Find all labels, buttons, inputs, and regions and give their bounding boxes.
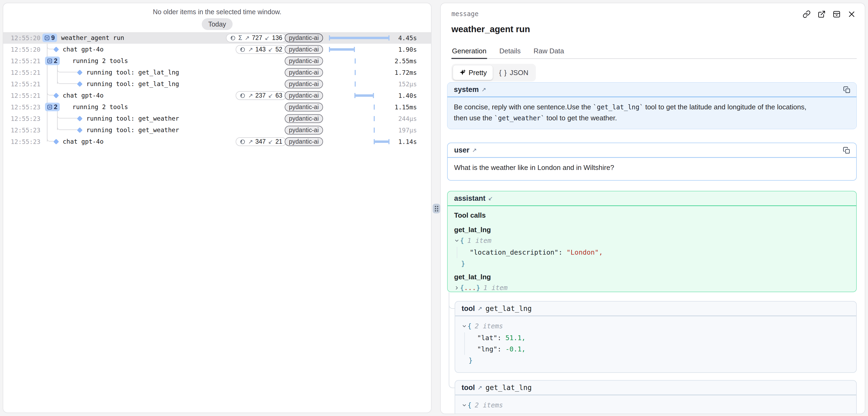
collapse-toggle-badge[interactable]: 2	[45, 103, 60, 111]
tool-name: get_lat_lng	[486, 305, 532, 313]
open-brace: {	[460, 237, 464, 245]
json-open-line: {1 item	[454, 235, 850, 247]
tool-connector-elbow	[449, 380, 455, 388]
today-button[interactable]: Today	[202, 18, 233, 30]
drag-dots-icon	[435, 206, 438, 212]
token-usage-badge: Σ↗727↙136	[226, 33, 286, 42]
trace-row-label: running tool: get_lat_lng	[86, 69, 179, 76]
tab-details[interactable]: Details	[499, 44, 521, 58]
card-header: tool ↗ get_lat_lng	[455, 381, 856, 395]
trace-row-time: 12:55:21	[11, 69, 40, 76]
trace-row-label: chat gpt-4o	[63, 46, 103, 53]
output-tokens-arrow-icon: ↙	[268, 92, 273, 99]
trace-row[interactable]: 12:55:21chat gpt-4o↗237↙63pydantic-ai1.4…	[3, 90, 431, 101]
text-segment: tool to get the weather.	[545, 114, 617, 122]
tab-generation[interactable]: Generation	[452, 44, 487, 58]
duration-label: 244µs	[398, 115, 417, 122]
json-close-line: }	[469, 355, 850, 366]
arrow-up-right-icon: ↗	[472, 147, 477, 153]
open-external-button[interactable]	[816, 9, 827, 19]
trace-row[interactable]: 12:55:21running tool: get_lat_lngpydanti…	[3, 67, 431, 78]
duration-bar-column	[329, 113, 389, 124]
chevron-right-icon[interactable]	[454, 283, 460, 292]
panel-resize-handle[interactable]	[433, 204, 440, 213]
instrumentation-tag[interactable]: pydantic-ai	[285, 45, 323, 54]
instrumentation-tag[interactable]: pydantic-ai	[285, 33, 323, 42]
trace-row[interactable]: 12:55:212running 2 toolspydantic-ai2.55m…	[3, 55, 431, 67]
duration-label: 152µs	[398, 81, 417, 88]
collapse-toggle-badge[interactable]: 2	[45, 57, 60, 65]
json-open-line: {2 items	[462, 321, 850, 332]
instrumentation-tag[interactable]: pydantic-ai	[285, 103, 323, 111]
span-diamond-icon	[77, 127, 83, 133]
token-icon	[240, 139, 246, 145]
braces-icon: { }	[499, 69, 507, 77]
sparkle-icon	[459, 69, 466, 76]
close-button[interactable]	[846, 9, 857, 19]
inline-code: `get_lat_lng`	[593, 103, 643, 111]
span-diamond-icon	[77, 70, 83, 75]
card-header: assistant ↙	[448, 191, 856, 206]
json-view-button[interactable]: { } JSON	[493, 65, 534, 80]
duration-label: 1.40s	[398, 92, 417, 99]
json-value: "London",	[566, 249, 602, 256]
tool-return-card: tool ↗ get_lat_lng {2 items	[455, 380, 857, 414]
input-tokens-arrow-icon: ↗	[248, 138, 253, 145]
page-title: weather_agent run	[452, 24, 530, 34]
token-usage-badge: ↗237↙63	[236, 91, 286, 100]
trace-row-label: running tool: get_weather	[86, 127, 179, 133]
open-brace: {	[460, 284, 464, 292]
collapse-box-icon	[45, 36, 49, 40]
duration-bar	[374, 116, 375, 121]
json-open-line: {2 items	[462, 399, 850, 411]
instrumentation-tag[interactable]: pydantic-ai	[285, 91, 323, 100]
instrumentation-tag[interactable]: pydantic-ai	[285, 57, 323, 65]
duration-bar-column	[329, 90, 389, 101]
trace-row[interactable]: 12:55:23running tool: get_weatherpydanti…	[3, 124, 431, 136]
pretty-view-button[interactable]: Pretty	[453, 65, 493, 80]
input-tokens: 347	[255, 138, 266, 145]
copy-link-button[interactable]	[802, 9, 812, 19]
duration-bar	[374, 140, 389, 143]
instrumentation-tag[interactable]: pydantic-ai	[285, 114, 323, 123]
collapse-toggle-badge[interactable]: 9	[42, 33, 57, 42]
copy-button[interactable]	[842, 85, 851, 95]
open-brace: {	[467, 322, 471, 330]
json-value: 51.1,	[505, 334, 525, 342]
token-icon	[240, 46, 246, 53]
trace-row[interactable]: 12:55:232running 2 toolspydantic-ai1.15m…	[3, 101, 431, 113]
role-label: tool	[462, 384, 475, 392]
chevron-down-icon[interactable]	[462, 321, 467, 332]
json-kv-line: "location_description": "London",	[457, 247, 850, 258]
trace-row-label: weather_agent run	[61, 34, 124, 41]
instrumentation-tag[interactable]: pydantic-ai	[285, 68, 323, 77]
tool-call-name: get_lat_lng	[454, 224, 850, 235]
record-kind-label: message	[452, 10, 478, 18]
trace-row-label: chat gpt-4o	[63, 138, 103, 145]
child-count: 2	[54, 57, 57, 65]
trace-row[interactable]: 12:55:21running tool: get_lat_lngpydanti…	[3, 78, 431, 90]
tool-return-body: {2 items "lat": 51.1, "lng": -0.1, }	[455, 316, 856, 371]
copy-button[interactable]	[842, 146, 851, 156]
duration-bar-column	[329, 124, 389, 136]
message-card-user: user ↗ What is the weather like in Londo…	[447, 142, 857, 181]
instrumentation-tag[interactable]: pydantic-ai	[285, 126, 323, 134]
instrumentation-tag[interactable]: pydantic-ai	[285, 79, 323, 89]
trace-row[interactable]: 12:55:23chat gpt-4o↗347↙21pydantic-ai1.1…	[3, 136, 431, 148]
instrumentation-tag[interactable]: pydantic-ai	[285, 137, 323, 146]
trace-panel: No older items in the selected time wind…	[3, 3, 432, 413]
duration-label: 197µs	[398, 127, 417, 134]
trace-row-time: 12:55:21	[11, 81, 40, 88]
trace-row[interactable]: 12:55:20chat gpt-4o↗143↙52pydantic-ai1.9…	[3, 44, 431, 55]
chevron-down-icon[interactable]	[462, 400, 467, 411]
trace-row-time: 12:55:23	[11, 138, 40, 145]
trace-row[interactable]: 12:55:209weather_agent runΣ↗727↙136pydan…	[3, 32, 431, 44]
empty-notice: No older items in the selected time wind…	[3, 8, 431, 16]
tab-raw-data[interactable]: Raw Data	[533, 44, 564, 58]
dock-panel-button[interactable]	[832, 9, 842, 19]
card-header: user ↗	[448, 143, 856, 158]
span-diamond-icon	[53, 93, 59, 98]
trace-row[interactable]: 12:55:23running tool: get_weatherpydanti…	[3, 113, 431, 124]
message-card-assistant: assistant ↙ Tool calls get_lat_lng {1 it…	[447, 191, 857, 292]
chevron-down-icon[interactable]	[454, 235, 460, 247]
